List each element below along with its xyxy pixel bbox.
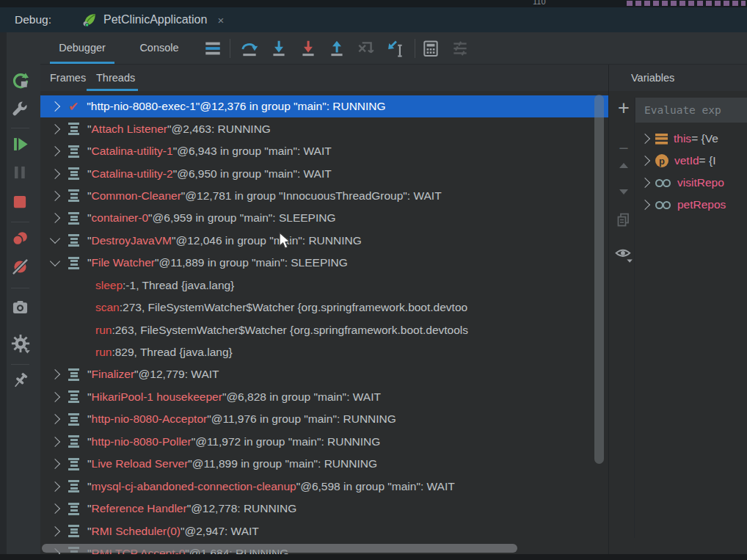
expand-chevron-icon[interactable] (50, 256, 60, 266)
threads-view-icon[interactable] (203, 39, 222, 58)
show-watch-options-button[interactable] (614, 245, 633, 264)
thread-row[interactable]: ✔ "File Watcher"@11,889 in group "main":… (40, 252, 608, 274)
expand-chevron-icon[interactable] (640, 200, 650, 210)
variables-title: Variables (631, 65, 674, 91)
expand-chevron-icon[interactable] (50, 526, 60, 536)
toolbar-separator (11, 364, 29, 365)
toolbar-separator (11, 288, 29, 288)
expand-chevron-icon[interactable] (50, 459, 60, 469)
thread-icon (68, 123, 79, 135)
variable-name: petRepos (677, 198, 726, 211)
add-watch-button[interactable]: + (614, 100, 633, 119)
thread-label: "Reference Handler"@12,778: RUNNING (87, 502, 296, 515)
thread-row[interactable]: ✔ "http-nio-8080-Poller"@11,972 in group… (40, 431, 608, 453)
expand-chevron-icon[interactable] (50, 124, 60, 134)
vertical-scrollbar[interactable] (594, 95, 604, 464)
thread-icon (68, 390, 79, 403)
expand-chevron-icon[interactable] (640, 156, 650, 166)
expand-chevron-icon[interactable] (50, 437, 60, 447)
expand-chevron-icon[interactable] (50, 414, 60, 424)
drop-frame-button[interactable] (356, 39, 375, 58)
expand-chevron-icon[interactable] (50, 503, 60, 514)
debugger-settings-button[interactable] (10, 333, 30, 353)
remove-watch-button[interactable]: − (614, 139, 633, 159)
expand-chevron-icon[interactable] (50, 392, 60, 402)
thread-label: "Common-Cleaner"@12,781 in group "Innocu… (87, 189, 442, 203)
step-out-button[interactable] (327, 39, 346, 58)
thread-label: "container-0"@6,959 in group "main": SLE… (87, 211, 335, 225)
toolbar-separator (230, 39, 230, 58)
debugger-toolbar: Debugger Console (40, 32, 747, 65)
expand-chevron-icon[interactable] (50, 168, 60, 178)
debug-left-toolbar (0, 32, 41, 554)
duplicate-watch-button[interactable] (614, 211, 633, 230)
variable-row[interactable]: p this = {Ve (635, 128, 747, 150)
thread-row[interactable]: ✔ "RMI Scheduler(0)"@2,947: WAIT (40, 520, 608, 542)
expand-chevron-icon[interactable] (50, 481, 60, 492)
thread-row[interactable]: ✔ "mysql-cj-abandoned-connection-cleanup… (40, 475, 608, 497)
thread-row[interactable]: ✔ "HikariPool-1 housekeeper"@6,828 in gr… (40, 386, 608, 408)
thread-label: scan:273, FileSystemWatcher$Watcher {org… (95, 301, 467, 314)
expand-chevron-icon[interactable] (50, 146, 60, 156)
modify-run-configuration-button[interactable] (10, 99, 30, 119)
thread-icon (68, 167, 79, 180)
thread-row[interactable]: ✔ "Finalizer"@12,779: WAIT (40, 363, 608, 385)
pin-tab-button[interactable] (10, 371, 30, 390)
thread-row[interactable]: ✔ "Common-Cleaner"@12,781 in group "Inno… (40, 185, 608, 207)
thread-icon (68, 525, 79, 537)
variable-value: = {Ve (691, 132, 718, 145)
step-into-button[interactable] (269, 39, 288, 58)
evaluate-expression-input[interactable]: Evaluate exp (635, 98, 747, 123)
thread-row[interactable]: ✔ "Catalina-utility-2"@6,950 in group "m… (40, 162, 608, 184)
tab-console[interactable]: Console (130, 32, 189, 64)
tab-debugger[interactable]: Debugger (46, 32, 118, 64)
expand-chevron-icon[interactable] (640, 134, 650, 144)
variable-row[interactable]: p petRepos (635, 194, 747, 216)
get-thread-dump-button[interactable] (10, 297, 30, 317)
thread-row[interactable]: ✔ "container-0"@6,959 in group "main": S… (40, 207, 608, 229)
thread-row[interactable]: ✔ scan:273, FileSystemWatcher$Watcher {o… (40, 297, 608, 319)
pause-program-button[interactable] (10, 163, 30, 183)
expand-chevron-icon[interactable] (50, 101, 60, 112)
rerun-debug-button[interactable] (10, 70, 30, 90)
thread-row[interactable]: ✔ "http-nio-8080-Acceptor"@11,976 in gro… (40, 408, 608, 430)
view-options-icon[interactable] (451, 39, 470, 58)
thread-row[interactable]: ✔ "Live Reload Server"@11,899 in group "… (40, 453, 608, 475)
variables-tree: p this = {Ve p vetId = {I p visitRepo (635, 128, 747, 216)
thread-row[interactable]: ✔ "Reference Handler"@12,778: RUNNING (40, 498, 608, 520)
tab-threads[interactable]: Threads (96, 65, 135, 91)
move-down-button[interactable] (614, 185, 633, 204)
stop-button[interactable] (10, 192, 30, 212)
expand-chevron-icon[interactable] (640, 178, 650, 188)
thread-label: "DestroyJavaVM"@12,046 in group "main": … (87, 234, 362, 247)
run-to-cursor-button[interactable] (385, 39, 404, 58)
current-thread-check-icon: ✔ (68, 101, 79, 113)
expand-chevron-icon[interactable] (50, 233, 60, 244)
thread-row[interactable]: ✔ run:263, FileSystemWatcher$Watcher {or… (40, 319, 608, 341)
thread-row[interactable]: ✔ "DestroyJavaVM"@12,046 in group "main"… (40, 230, 608, 252)
thread-row[interactable]: ✔ run:829, Thread {java.lang} (40, 341, 608, 363)
close-tab-icon[interactable]: × (217, 14, 224, 26)
resume-program-button[interactable] (10, 134, 30, 154)
expand-chevron-icon[interactable] (50, 369, 60, 379)
variables-header: Variables (609, 65, 747, 91)
view-breakpoints-button[interactable] (10, 229, 30, 249)
mute-breakpoints-button[interactable] (10, 257, 30, 277)
thread-label: "Catalina-utility-1"@6,943 in group "mai… (87, 145, 332, 158)
tab-frames[interactable]: Frames (50, 65, 86, 91)
variable-row[interactable]: p visitRepo (635, 172, 747, 194)
horizontal-scrollbar[interactable] (42, 544, 517, 553)
move-up-button[interactable] (614, 159, 633, 178)
expand-chevron-icon[interactable] (50, 191, 60, 201)
evaluate-expression-button[interactable] (421, 39, 440, 58)
clipped-editor-strip: 110 (0, 0, 747, 7)
run-configuration-tab[interactable]: PetClinicApplication × (70, 7, 275, 32)
step-over-button[interactable] (240, 39, 259, 58)
force-step-into-button[interactable] (299, 39, 318, 58)
thread-row[interactable]: ✔ "http-nio-8080-exec-1"@12,376 in group… (40, 95, 608, 117)
thread-row[interactable]: ✔ sleep:-1, Thread {java.lang} (40, 274, 608, 297)
thread-row[interactable]: ✔ "Catalina-utility-1"@6,943 in group "m… (40, 140, 608, 162)
variable-row[interactable]: p vetId = {I (635, 150, 747, 172)
thread-row[interactable]: ✔ "Attach Listener"@2,463: RUNNING (40, 117, 608, 139)
expand-chevron-icon[interactable] (50, 213, 60, 223)
